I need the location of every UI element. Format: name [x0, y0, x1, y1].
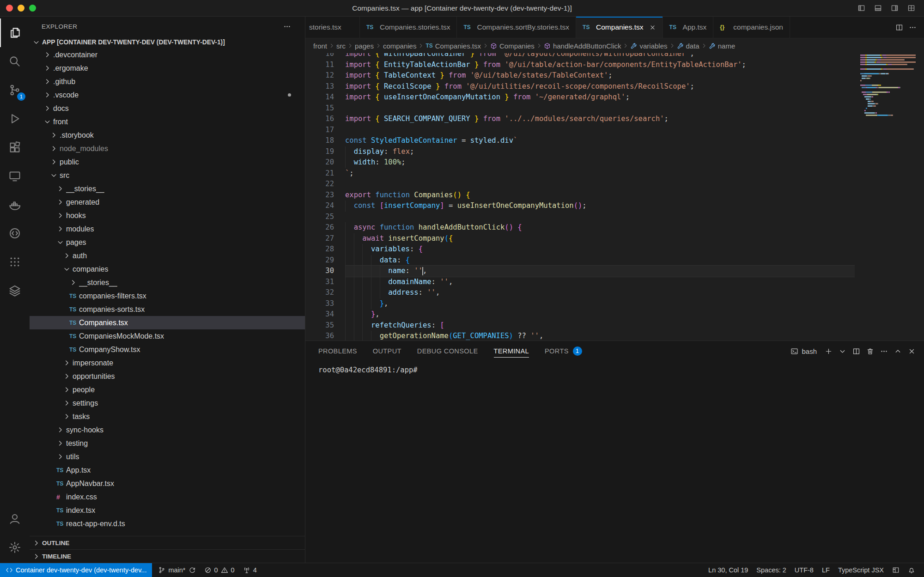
cursor-position[interactable]: Ln 30, Col 19: [704, 563, 752, 577]
terminal-shell-selector[interactable]: bash: [790, 347, 817, 355]
code-line-18[interactable]: const StyledTableContainer = styled.div`: [345, 135, 855, 146]
eol-sequence[interactable]: LF: [818, 563, 834, 577]
breadcrumb-item-data[interactable]: data: [676, 42, 700, 50]
tree-item-generated[interactable]: generated: [30, 195, 305, 209]
breadcrumb-item-handleaddbuttonclick[interactable]: handleAddButtonClick: [543, 42, 622, 50]
git-branch[interactable]: main*: [154, 563, 200, 577]
code-line-28[interactable]: variables: {: [345, 244, 855, 255]
terminal-view[interactable]: root@0a42ecd84891:/app#: [305, 361, 924, 563]
forwarded-ports[interactable]: 4: [239, 563, 261, 577]
new-terminal-icon[interactable]: [825, 347, 833, 355]
tree-item-stories[interactable]: __stories__: [30, 276, 305, 289]
code-line-35[interactable]: refetchQueries: [: [345, 320, 855, 331]
breadcrumb-item-companies[interactable]: companies: [383, 42, 417, 50]
code-line-13[interactable]: import { RecoilScope } from '@/ui/utilit…: [345, 81, 855, 92]
close-button[interactable]: [6, 5, 13, 12]
tree-item-companies-tsx[interactable]: TSCompanies.tsx: [30, 316, 305, 329]
code-line-12[interactable]: import { TableContext } from '@/ui/table…: [345, 70, 855, 81]
tree-item-appnavbar-tsx[interactable]: TSAppNavbar.tsx: [30, 477, 305, 490]
problems-summary[interactable]: 00: [200, 563, 239, 577]
notifications-bell-icon[interactable]: [904, 563, 919, 577]
language-mode[interactable]: TypeScript JSX: [834, 563, 888, 577]
panel-tab-problems[interactable]: PROBLEMS: [318, 341, 357, 361]
code-line-33[interactable]: },: [345, 298, 855, 310]
code-line-23[interactable]: export function Companies() {: [345, 190, 855, 201]
tree-item-utils[interactable]: utils: [30, 450, 305, 463]
code-line-29[interactable]: data: {: [345, 255, 855, 266]
settings-gear-icon[interactable]: [0, 533, 30, 562]
run-debug-icon[interactable]: [0, 104, 30, 133]
breadcrumb-item-front[interactable]: front: [313, 42, 328, 50]
code-line-26[interactable]: async function handleAddButtonClick() {: [345, 222, 855, 233]
terminal-more-actions-icon[interactable]: [880, 347, 888, 355]
code-line-15[interactable]: [345, 103, 855, 114]
remote-indicator[interactable]: Container dev-twenty-dev (dev-twenty-dev…: [0, 563, 152, 577]
tab-companies-tsx[interactable]: TSCompanies.tsx: [576, 17, 663, 38]
tree-item-opportunities[interactable]: opportunities: [30, 370, 305, 383]
panel-tab-output[interactable]: OUTPUT: [373, 341, 401, 361]
toggle-secondary-sidebar-icon[interactable]: [888, 3, 901, 14]
breadcrumb-item-companies-tsx[interactable]: TSCompanies.tsx: [425, 42, 481, 50]
tree-item-index-tsx[interactable]: TSindex.tsx: [30, 504, 305, 517]
tree-item-companyshow-tsx[interactable]: TSCompanyShow.tsx: [30, 343, 305, 356]
code-line-10[interactable]: import { WithTopBarContainer } from '@/u…: [345, 53, 855, 60]
layers-icon[interactable]: [0, 276, 30, 305]
grid-icon[interactable]: [0, 248, 30, 276]
extensions-icon[interactable]: [0, 133, 30, 162]
breadcrumb-item-src[interactable]: src: [336, 42, 346, 50]
tree-item-companies-filters-tsx[interactable]: TScompanies-filters.tsx: [30, 289, 305, 303]
search-icon[interactable]: [0, 47, 30, 76]
tree-item-companiesmockmode-tsx[interactable]: TSCompaniesMockMode.tsx: [30, 329, 305, 343]
split-editor-icon[interactable]: [895, 24, 903, 31]
tree-item-auth[interactable]: auth: [30, 249, 305, 262]
indentation[interactable]: Spaces: 2: [752, 563, 790, 577]
tree-item-node-modules[interactable]: node_modules: [30, 142, 305, 155]
close-panel-icon[interactable]: [908, 347, 916, 355]
tree-item-tasks[interactable]: tasks: [30, 410, 305, 423]
tree-item-index-css[interactable]: #index.css: [30, 490, 305, 504]
tab-companies-json[interactable]: {}companies.json: [713, 17, 790, 38]
section-timeline[interactable]: TIMELINE: [30, 549, 305, 563]
kill-terminal-icon[interactable]: [866, 347, 874, 355]
tree-item-storybook[interactable]: .storybook: [30, 128, 305, 142]
launch-profile-chevron-icon[interactable]: [839, 347, 846, 355]
code-line-34[interactable]: },: [345, 309, 855, 320]
panel-tab-debug-console[interactable]: DEBUG CONSOLE: [417, 341, 478, 361]
tree-item-react-app-env-d-ts[interactable]: TSreact-app-env.d.ts: [30, 517, 305, 530]
tree-item-settings[interactable]: settings: [30, 396, 305, 410]
zoom-button[interactable]: [29, 5, 36, 12]
tree-item-app-tsx[interactable]: TSApp.tsx: [30, 463, 305, 477]
breadcrumb-item-pages[interactable]: pages: [354, 42, 374, 50]
panel-tab-terminal[interactable]: TERMINAL: [494, 341, 529, 361]
minimize-button[interactable]: [18, 5, 24, 12]
tree-item-public[interactable]: public: [30, 155, 305, 169]
code-line-32[interactable]: address: '',: [345, 287, 855, 298]
code-line-27[interactable]: await insertCompany({: [345, 233, 855, 244]
tab-stories-tsx[interactable]: stories.tsx: [305, 17, 360, 38]
tree-item-sync-hooks[interactable]: sync-hooks: [30, 423, 305, 437]
account-icon[interactable]: [0, 504, 30, 533]
code-line-25[interactable]: [345, 212, 855, 223]
layout-icon[interactable]: [888, 563, 904, 577]
tree-item-testing[interactable]: testing: [30, 437, 305, 450]
tree-item-stories[interactable]: __stories__: [30, 182, 305, 195]
tree-item-devcontainer[interactable]: .devcontainer: [30, 48, 305, 61]
toggle-primary-sidebar-icon[interactable]: [855, 3, 868, 14]
tree-item-modules[interactable]: modules: [30, 222, 305, 236]
code-line-11[interactable]: import { EntityTableActionBar } from '@/…: [345, 60, 855, 71]
tree-item-companies[interactable]: companies: [30, 262, 305, 276]
code-line-24[interactable]: const [insertCompany] = useInsertOneComp…: [345, 200, 855, 212]
tree-item-ergomake[interactable]: .ergomake: [30, 61, 305, 75]
code-line-16[interactable]: import { SEARCH_COMPANY_QUERY } from '..…: [345, 114, 855, 125]
code-line-31[interactable]: domainName: '',: [345, 277, 855, 288]
section-outline[interactable]: OUTLINE: [30, 536, 305, 549]
tree-item-front[interactable]: front: [30, 115, 305, 128]
explorer-icon[interactable]: [0, 18, 30, 47]
code-line-22[interactable]: [345, 179, 855, 190]
remote-explorer-icon[interactable]: [0, 162, 30, 190]
tree-item-companies-sorts-tsx[interactable]: TScompanies-sorts.tsx: [30, 303, 305, 316]
code-line-30[interactable]: name: '',: [345, 266, 855, 277]
explorer-more-actions-icon[interactable]: [283, 23, 291, 30]
tree-item-impersonate[interactable]: impersonate: [30, 356, 305, 370]
code-line-21[interactable]: `;: [345, 168, 855, 179]
